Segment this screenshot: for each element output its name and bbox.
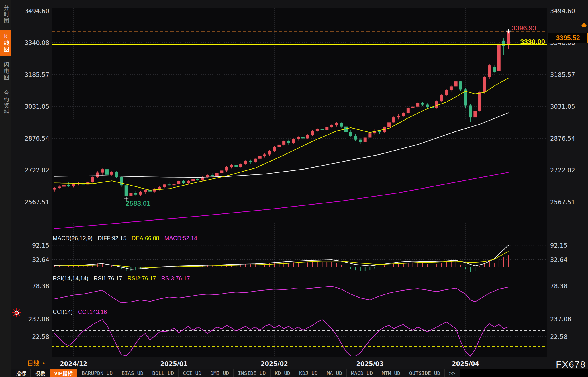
candlestick-chart[interactable]: 3494.603494.603340.083340.083185.573185.… [0, 0, 588, 377]
candle-body [473, 111, 477, 117]
indicator-tab-3[interactable]: BARUPDN_UD [77, 369, 117, 377]
macd-axis-label-left: 92.15 [32, 242, 49, 249]
candle-body [416, 103, 419, 107]
candle-body [469, 105, 472, 117]
candle-body [440, 95, 443, 102]
rsi-labels-0: RSI(14,14,14) [53, 275, 89, 282]
price-axis-label-right: 3031.05 [550, 103, 575, 110]
candle-body [211, 175, 214, 176]
indicator-tab-7[interactable]: DMI_UD [206, 369, 234, 377]
period-selector[interactable]: 日线 ▲ [27, 358, 46, 367]
indicator-tab-15[interactable]: >> [445, 369, 460, 377]
candle-body [306, 135, 309, 138]
price-axis-label-left: 3185.57 [24, 71, 49, 78]
x-axis-label: 2025/02 [261, 360, 288, 367]
indicator-tab-14[interactable]: OUTSIDE_UD [405, 369, 445, 377]
candle-body [421, 103, 424, 105]
cci-label-row: CCI(14)CCI:143.16 [53, 309, 107, 315]
indicator-tabbar: 指标模板VIP指标BARUPDN_UDBIAS_UDBOLL_UDCCI_UDD… [11, 369, 588, 377]
live-record-icon [11, 308, 22, 319]
low-price-label: 2583.01 [115, 199, 161, 207]
candle-body [311, 131, 314, 135]
indicator-tab-5[interactable]: BOLL_UD [148, 369, 179, 377]
candle-body [292, 139, 295, 143]
price-axis-label-left: 2876.54 [24, 135, 49, 142]
candle-body [268, 151, 271, 154]
price-axis-label-right: 2567.51 [550, 199, 575, 206]
macd-labels-0: MACD(26,12,9) [53, 235, 93, 242]
candle-body [105, 169, 109, 175]
candle-body [177, 181, 180, 184]
candle-body [225, 167, 228, 171]
rsi-labels-1: RSI1:76.17 [94, 275, 122, 282]
indicator-tab-6[interactable]: CCI_UD [179, 369, 206, 377]
candle-body [163, 184, 166, 187]
rsi-axis-label-left: 78.38 [32, 283, 49, 290]
candle-body [125, 185, 128, 196]
candle-body [249, 161, 252, 162]
price-axis-label-right: 3185.57 [550, 71, 575, 78]
macd-axis-label-left: 32.64 [32, 256, 49, 263]
macd-axis-label-right: 92.15 [550, 242, 567, 249]
candle-body [139, 192, 142, 195]
candle-body [316, 129, 319, 131]
candle-body [67, 185, 70, 186]
price-axis-label-left: 3494.60 [24, 8, 49, 15]
rsi-labels-3: RSI3:76.17 [161, 275, 190, 282]
candle-body [459, 81, 462, 89]
candle-body [72, 184, 75, 186]
candle-body [110, 172, 113, 175]
rsi-axis-label-right: 78.38 [550, 283, 567, 290]
indicator-tab-9[interactable]: KD_UD [271, 369, 295, 377]
resistance-price-label: 3330.00 [495, 38, 545, 46]
indicator-tab-11[interactable]: MA_UD [322, 369, 347, 377]
last-price-tag: 3395.52 [548, 33, 588, 43]
high-price-label: 3396.93 [488, 24, 536, 32]
candle-body [134, 193, 137, 195]
indicator-tab-1[interactable]: 模板 [31, 369, 50, 377]
candle-body [101, 169, 104, 172]
candle-body [244, 161, 247, 164]
cci-labels-0: CCI(14) [53, 309, 73, 315]
candle-body [493, 67, 496, 72]
indicator-tab-0[interactable]: 指标 [11, 369, 31, 377]
indicator-tab-2[interactable]: VIP指标 [50, 369, 77, 377]
candle-body [144, 190, 147, 192]
candle-body [86, 182, 89, 184]
candle-body [129, 193, 132, 196]
candle-body [335, 123, 338, 125]
candle-body [359, 140, 362, 142]
x-axis-label: 2025/04 [452, 360, 479, 367]
candle-body [168, 184, 171, 185]
candle-body [488, 65, 491, 77]
x-axis-label: 2025/03 [356, 360, 383, 367]
cci-labels-1: CCI:143.16 [78, 309, 107, 315]
candle-body [411, 107, 415, 108]
indicator-tab-12[interactable]: MACD_UD [347, 369, 377, 377]
candle-body [62, 185, 66, 187]
period-label: 日线 [27, 358, 39, 367]
candle-body [277, 145, 281, 147]
indicator-tab-13[interactable]: MTM_UD [377, 369, 405, 377]
candle-body [234, 165, 238, 167]
candle-body [220, 170, 223, 173]
price-axis-label-right: 3494.60 [550, 8, 575, 15]
candle-body [196, 179, 199, 180]
candle-body [301, 137, 305, 138]
candle-body [53, 188, 56, 190]
price-alert-arrow-icon [581, 23, 587, 28]
rsi-labels-2: RSI2:76.17 [128, 275, 156, 282]
candle-body [91, 177, 94, 182]
candle-body [258, 156, 262, 159]
candle-body [478, 92, 481, 111]
price-axis-label-left: 3031.05 [24, 103, 49, 110]
rsi-label-row: RSI(14,14,14)RSI1:76.17RSI2:76.17RSI3:76… [53, 275, 190, 282]
candle-body [450, 86, 453, 90]
indicator-tab-4[interactable]: BIAS_UD [117, 369, 148, 377]
indicator-tab-10[interactable]: KDJ_UD [295, 369, 322, 377]
candle-body [173, 184, 176, 185]
candle-body [445, 90, 448, 95]
candle-body [239, 164, 242, 167]
indicator-tab-8[interactable]: INSIDE_UD [234, 369, 271, 377]
candle-body [201, 177, 204, 180]
